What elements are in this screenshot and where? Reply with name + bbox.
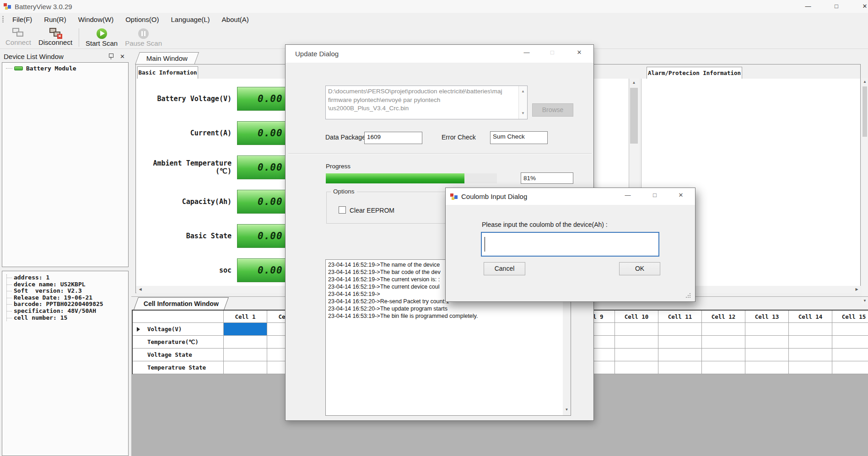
battery-module-icon: [14, 66, 23, 70]
tab-cell-information-label: Cell Information Window: [136, 298, 226, 310]
device-property-soft-version[interactable]: Soft version: V2.3: [7, 288, 128, 295]
coulomb-input[interactable]: [481, 232, 659, 257]
pin-icon[interactable]: [108, 54, 113, 60]
dialog-close-icon[interactable]: ✕: [674, 192, 688, 198]
start-scan-button[interactable]: Start Scan: [82, 27, 121, 48]
cell-value[interactable]: [789, 323, 832, 336]
cell-value[interactable]: [745, 361, 789, 374]
start-scan-icon: [97, 28, 107, 39]
cell-value[interactable]: [615, 336, 658, 349]
cell-value[interactable]: [224, 361, 267, 374]
device-property-release-date[interactable]: Release Date: 19-06-21: [7, 295, 128, 301]
path-scroll-up-icon[interactable]: ▲: [519, 87, 527, 96]
tree-item-battery-module[interactable]: Battery Module: [2, 63, 128, 72]
device-property-cell-number[interactable]: cell number: 15: [7, 315, 128, 322]
menu-item-file[interactable]: File(F): [6, 13, 38, 27]
scrollbar-up-icon[interactable]: ▲: [862, 80, 868, 84]
scrollbar-down-icon[interactable]: ▼: [862, 299, 868, 303]
window-minimize-icon[interactable]: —: [798, 0, 818, 13]
alarm-panel-scrollbar: ▲ ▼: [862, 78, 868, 305]
device-property-specification[interactable]: specification: 48V/50AH: [7, 308, 128, 315]
progress-label: Progress: [326, 163, 350, 170]
tree-branch-line: [6, 68, 12, 69]
data-package-input[interactable]: 1609: [364, 132, 422, 144]
firmware-path-input[interactable]: D:\documents\PERSO\projet\production ele…: [325, 86, 528, 119]
column-header-cell[interactable]: Cell 15: [832, 311, 868, 323]
row-header-cell[interactable]: Voltage(V): [133, 323, 224, 336]
panel-close-icon[interactable]: ✕: [120, 53, 125, 60]
cell-value[interactable]: [224, 349, 267, 361]
row-header-cell[interactable]: Temperature(℃): [133, 336, 224, 349]
cell-value[interactable]: [615, 361, 658, 374]
device-list-title: Device List Window: [4, 53, 64, 60]
device-tree-panel: Battery Module: [2, 62, 129, 267]
log-scroll-down-icon[interactable]: ▼: [563, 406, 571, 413]
cell-value[interactable]: [745, 323, 789, 336]
tab-cell-information-window[interactable]: Cell Information Window: [134, 297, 229, 310]
menu-item-about[interactable]: About(A): [216, 13, 255, 27]
window-maximize-icon[interactable]: □: [826, 0, 846, 13]
cell-value[interactable]: [702, 323, 745, 336]
cell-value[interactable]: [658, 323, 702, 336]
dialog-minimize-icon[interactable]: —: [620, 192, 635, 198]
scrollbar-up-icon[interactable]: ▲: [629, 80, 639, 85]
scrollbar-thumb[interactable]: [630, 88, 638, 144]
selected-cell[interactable]: [224, 323, 267, 336]
column-header-cell[interactable]: Cell 11: [658, 311, 702, 323]
resize-grip[interactable]: [690, 297, 690, 298]
cell-value[interactable]: [224, 336, 267, 349]
scrollbar-right-icon[interactable]: ▶: [853, 286, 861, 293]
row-marker-icon: [137, 327, 140, 332]
cell-value[interactable]: [832, 349, 868, 361]
column-header-cell[interactable]: Cell 14: [789, 311, 832, 323]
cell-value[interactable]: [702, 349, 745, 361]
cancel-button[interactable]: Cancel: [484, 262, 525, 275]
pause-scan-button[interactable]: Pause Scan: [121, 27, 166, 48]
cell-value[interactable]: [832, 336, 868, 349]
cell-value[interactable]: [615, 349, 658, 361]
menu-item-window[interactable]: Window(W): [72, 13, 120, 27]
scrollbar-thumb[interactable]: [863, 86, 867, 137]
clear-eeprom-checkbox[interactable]: [339, 206, 346, 214]
row-header-cell[interactable]: Temperatrue State: [133, 361, 224, 374]
device-property-address[interactable]: address: 1: [7, 274, 128, 281]
browse-button[interactable]: Browse: [532, 103, 573, 117]
cell-value[interactable]: [658, 349, 702, 361]
cell-value[interactable]: [789, 336, 832, 349]
column-header-cell[interactable]: Cell 12: [702, 311, 745, 323]
menu-item-language[interactable]: Language(L): [165, 13, 216, 27]
cell-value[interactable]: [789, 349, 832, 361]
cell-value[interactable]: [615, 323, 658, 336]
error-check-input[interactable]: Sum Check: [490, 131, 548, 144]
dialog-minimize-icon[interactable]: —: [519, 49, 534, 56]
dialog-maximize-icon[interactable]: □: [545, 49, 560, 56]
ok-button[interactable]: OK: [619, 262, 660, 275]
cell-value[interactable]: [789, 361, 832, 374]
tab-main-window[interactable]: Main Window: [135, 52, 199, 64]
cell-value[interactable]: [702, 336, 745, 349]
connect-button[interactable]: Connect: [2, 27, 35, 48]
dialog-maximize-icon[interactable]: □: [647, 192, 662, 198]
window-close-icon[interactable]: ✕: [855, 0, 868, 13]
scrollbar-left-icon[interactable]: ◀: [136, 286, 144, 293]
path-scroll-down-icon[interactable]: ▼: [519, 109, 527, 118]
tab-alarm-protection[interactable]: Alarm/Protecion Information: [647, 67, 742, 79]
column-header-cell[interactable]: Cell 13: [745, 311, 789, 323]
column-header-cell[interactable]: Cell 10: [615, 311, 658, 323]
column-header-cell[interactable]: Cell 1: [224, 311, 267, 323]
disconnect-button[interactable]: ✕ Disconnect: [35, 27, 76, 48]
cell-value[interactable]: [702, 361, 745, 374]
cell-value[interactable]: [745, 349, 789, 361]
cell-value[interactable]: [832, 323, 868, 336]
device-property-name[interactable]: device name: US2KBPL: [7, 281, 128, 288]
options-group-label: Options: [331, 188, 357, 195]
menu-item-options[interactable]: Options(O): [119, 13, 165, 27]
dialog-close-icon[interactable]: ✕: [572, 49, 587, 56]
menu-item-run[interactable]: Run(R): [38, 13, 72, 27]
device-property-barcode[interactable]: barcode: PPTBH02200409825: [7, 301, 128, 308]
cell-value[interactable]: [658, 361, 702, 374]
cell-value[interactable]: [832, 361, 868, 374]
cell-value[interactable]: [745, 336, 789, 349]
cell-value[interactable]: [658, 336, 702, 349]
row-header-cell[interactable]: Voltage State: [133, 349, 224, 361]
